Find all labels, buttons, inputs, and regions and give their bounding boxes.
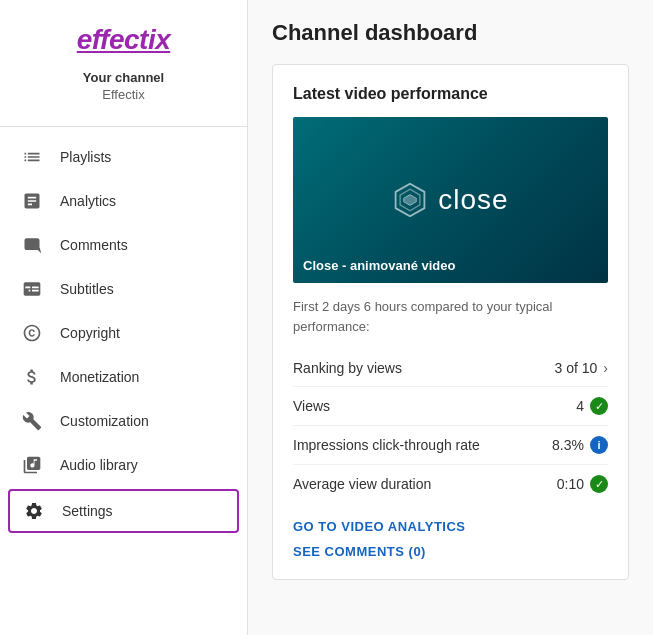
sidebar-item-label-analytics: Analytics xyxy=(60,193,116,209)
video-thumbnail[interactable]: close Close - animované video xyxy=(293,117,608,283)
metric-label-avg-duration: Average view duration xyxy=(293,476,431,492)
metric-label-ctr: Impressions click-through rate xyxy=(293,437,480,453)
close-brand-icon xyxy=(392,182,428,218)
sidebar-item-settings[interactable]: Settings xyxy=(8,489,239,533)
sidebar-item-analytics[interactable]: Analytics xyxy=(0,179,247,223)
sidebar-item-label-settings: Settings xyxy=(62,503,113,519)
sidebar-item-label-comments: Comments xyxy=(60,237,128,253)
metric-row-ranking[interactable]: Ranking by views 3 of 10 › xyxy=(293,350,608,387)
sidebar-item-subtitles[interactable]: Subtitles xyxy=(0,267,247,311)
playlists-icon xyxy=(20,145,44,169)
page-title: Channel dashboard xyxy=(272,20,629,46)
metric-value-ranking: 3 of 10 › xyxy=(555,360,609,376)
sidebar-item-comments[interactable]: Comments xyxy=(0,223,247,267)
blue-info-icon-ctr: i xyxy=(590,436,608,454)
subtitles-icon xyxy=(20,277,44,301)
metric-row-ctr: Impressions click-through rate 8.3% i xyxy=(293,426,608,465)
sidebar-item-label-monetization: Monetization xyxy=(60,369,139,385)
copyright-icon xyxy=(20,321,44,345)
svg-marker-2 xyxy=(404,195,417,206)
analytics-icon xyxy=(20,189,44,213)
comments-icon xyxy=(20,233,44,257)
green-check-icon-views: ✓ xyxy=(590,397,608,415)
video-caption: Close - animované video xyxy=(303,258,455,273)
logo-area: effectix Your channel Effectix xyxy=(0,0,247,118)
video-logo-area: close xyxy=(392,182,508,218)
audio-library-icon xyxy=(20,453,44,477)
metric-ctr-number: 8.3% xyxy=(552,437,584,453)
sidebar-item-playlists[interactable]: Playlists xyxy=(0,135,247,179)
metric-ranking-number: 3 of 10 xyxy=(555,360,598,376)
settings-icon xyxy=(22,499,46,523)
metric-row-avg-duration: Average view duration 0:10 ✓ xyxy=(293,465,608,503)
monetization-icon xyxy=(20,365,44,389)
metric-value-avg-duration: 0:10 ✓ xyxy=(557,475,608,493)
sidebar-item-label-playlists: Playlists xyxy=(60,149,111,165)
metric-label-views: Views xyxy=(293,398,330,414)
main-content: Channel dashboard Latest video performan… xyxy=(248,0,653,635)
logo: effectix xyxy=(77,24,171,56)
go-to-analytics-link[interactable]: GO TO VIDEO ANALYTICS xyxy=(293,519,608,534)
card-title: Latest video performance xyxy=(293,85,608,103)
metric-label-ranking: Ranking by views xyxy=(293,360,402,376)
metric-value-ctr: 8.3% i xyxy=(552,436,608,454)
sidebar-item-audio-library[interactable]: Audio library xyxy=(0,443,247,487)
chevron-right-icon: › xyxy=(603,360,608,376)
metric-avg-duration-number: 0:10 xyxy=(557,476,584,492)
sidebar-item-label-subtitles: Subtitles xyxy=(60,281,114,297)
sidebar-item-label-audio-library: Audio library xyxy=(60,457,138,473)
metric-row-views: Views 4 ✓ xyxy=(293,387,608,426)
action-links: GO TO VIDEO ANALYTICS SEE COMMENTS (0) xyxy=(293,519,608,559)
video-brand-name: close xyxy=(438,184,508,216)
sidebar-item-label-customization: Customization xyxy=(60,413,149,429)
metric-views-number: 4 xyxy=(576,398,584,414)
channel-name: Effectix xyxy=(102,87,144,102)
sidebar-divider xyxy=(0,126,247,127)
see-comments-link[interactable]: SEE COMMENTS (0) xyxy=(293,544,608,559)
metric-value-views: 4 ✓ xyxy=(576,397,608,415)
sidebar-item-monetization[interactable]: Monetization xyxy=(0,355,247,399)
green-check-icon-duration: ✓ xyxy=(590,475,608,493)
sidebar-item-copyright[interactable]: Copyright xyxy=(0,311,247,355)
sidebar-item-customization[interactable]: Customization xyxy=(0,399,247,443)
sidebar: effectix Your channel Effectix Playlists… xyxy=(0,0,248,635)
sidebar-item-label-copyright: Copyright xyxy=(60,325,120,341)
customization-icon xyxy=(20,409,44,433)
dashboard-card: Latest video performance close Close - a… xyxy=(272,64,629,580)
performance-description: First 2 days 6 hours compared to your ty… xyxy=(293,297,608,336)
channel-label: Your channel xyxy=(83,70,164,85)
